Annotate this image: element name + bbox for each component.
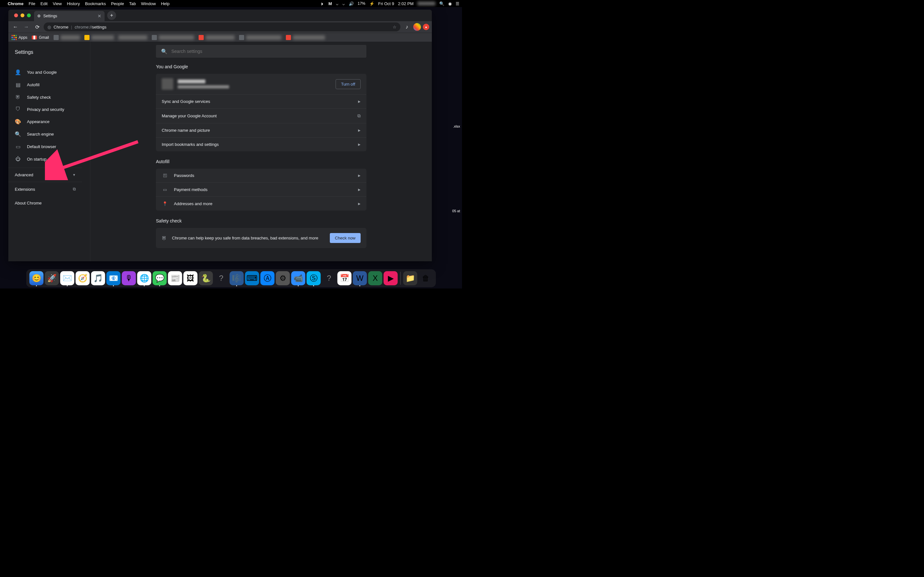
desktop-file-2[interactable]: 05 at	[452, 209, 460, 213]
new-tab-button[interactable]: +	[107, 11, 116, 20]
dock-app-pink[interactable]: ▶	[384, 271, 398, 285]
dock-vscode[interactable]: ⌨	[245, 271, 259, 285]
menu-view[interactable]: View	[53, 1, 61, 6]
sidebar-item-default-browser[interactable]: ▭Default browser	[8, 140, 90, 153]
sidebar-item-autofill[interactable]: ▤Autofill	[8, 79, 90, 91]
dock-word[interactable]: W	[353, 271, 367, 285]
dock-unknown[interactable]: ?	[322, 271, 336, 285]
menu-people[interactable]: People	[111, 1, 124, 6]
check-now-button[interactable]: Check now	[330, 233, 360, 243]
menu-tab[interactable]: Tab	[129, 1, 136, 6]
bluetooth-icon[interactable]: ⌵	[336, 1, 338, 6]
back-button[interactable]: ←	[11, 23, 20, 31]
dock-preview[interactable]: 🖼	[184, 271, 198, 285]
dock-python[interactable]: 🐍	[199, 271, 213, 285]
wifi-icon[interactable]: ⌵	[342, 1, 345, 6]
sidebar-item-startup[interactable]: ⏻On startup	[8, 153, 90, 165]
spotlight-icon[interactable]: 🔍	[439, 1, 444, 6]
malwarebytes-icon[interactable]: M	[328, 1, 332, 6]
dock-messages[interactable]: 💬	[153, 271, 167, 285]
sidebar-advanced-toggle[interactable]: Advanced ▼	[8, 168, 82, 182]
sidebar-item-appearance[interactable]: 🎨Appearance	[8, 115, 90, 128]
tab-close-button[interactable]: ✕	[97, 13, 102, 19]
dock-safari[interactable]: 🧭	[76, 271, 90, 285]
menu-history[interactable]: History	[67, 1, 79, 6]
row-import[interactable]: Import bookmarks and settings▶	[156, 137, 367, 151]
dock-finder[interactable]: 😊	[29, 271, 44, 285]
row-addresses[interactable]: 📍Addresses and more▶	[156, 197, 367, 211]
bookmark-blur-2[interactable]	[84, 35, 114, 40]
apps-grid-icon	[11, 35, 17, 40]
dock-system-prefs[interactable]: ⚙	[276, 271, 290, 285]
menu-window[interactable]: Window	[141, 1, 156, 6]
dock-launchpad[interactable]: 🚀	[45, 271, 59, 285]
dock-musescore[interactable]: 🎼	[230, 271, 244, 285]
dock-trash[interactable]: 🗑	[419, 271, 433, 285]
row-sync[interactable]: Sync and Google services▶	[156, 94, 367, 108]
dock-music[interactable]: 🎵	[91, 271, 105, 285]
apps-shortcut[interactable]: Apps	[11, 35, 27, 40]
menu-edit[interactable]: Edit	[40, 1, 47, 6]
dock-excel[interactable]: X	[368, 271, 383, 285]
menu-file[interactable]: File	[29, 1, 35, 6]
turn-off-button[interactable]: Turn off	[336, 79, 360, 89]
row-passwords[interactable]: ⚿Passwords▶	[156, 169, 367, 182]
bookmark-blur-3[interactable]	[118, 35, 147, 40]
menubar-app-name[interactable]: Chrome	[8, 1, 23, 6]
window-close-button[interactable]	[14, 13, 18, 17]
bookmark-star-icon[interactable]: ☆	[393, 25, 397, 29]
row-manage-account[interactable]: Manage your Google Account⧉	[156, 108, 367, 123]
menu-help[interactable]: Help	[161, 1, 170, 6]
dock-news[interactable]: 📰	[168, 271, 182, 285]
sidebar-extensions-link[interactable]: Extensions ⧉	[8, 182, 82, 196]
sidebar-item-privacy[interactable]: ⛉Privacy and security	[8, 103, 90, 115]
bookmark-blur-4[interactable]	[152, 35, 194, 40]
dock-downloads[interactable]: 📁	[403, 271, 417, 285]
settings-search-input[interactable]	[171, 49, 361, 54]
settings-main[interactable]: 🔍 You and Google Turn off	[90, 42, 432, 261]
siri-icon[interactable]: ◉	[448, 1, 452, 6]
profile-avatar[interactable]	[413, 23, 421, 31]
browser-tab-settings[interactable]: ⚙ Settings ✕	[34, 11, 105, 21]
sidebar-item-you-google[interactable]: 👤You and Google	[8, 66, 90, 79]
battery-icon[interactable]: ⚡	[369, 1, 375, 6]
settings-search-bar[interactable]: 🔍	[156, 45, 367, 58]
reload-button[interactable]: ⟳	[33, 23, 42, 31]
dock-chrome[interactable]: 🌐	[137, 271, 152, 285]
window-zoom-button[interactable]	[27, 13, 31, 17]
menu-bookmarks[interactable]: Bookmarks	[85, 1, 106, 6]
desktop-file-1[interactable]: .xlsx	[453, 124, 460, 128]
dock-mail[interactable]: ✉️	[60, 271, 74, 285]
control-center-icon[interactable]: ☰	[456, 1, 459, 6]
dock-skype[interactable]: Ⓢ	[307, 271, 321, 285]
menubar-tool-icon[interactable]: ⏵	[320, 1, 325, 6]
address-bar[interactable]: ◎ Chrome | chrome://settings ☆	[44, 23, 401, 31]
window-minimize-button[interactable]	[21, 13, 24, 17]
media-control-icon[interactable]: ♪	[402, 23, 411, 31]
sidebar-item-search-engine[interactable]: 🔍Search engine	[8, 128, 90, 140]
dock-podcasts[interactable]: 🎙	[122, 271, 136, 285]
extension-badge-icon[interactable]: ●	[423, 24, 429, 30]
battery-percent[interactable]: 17%	[358, 1, 365, 6]
bookmark-gmail[interactable]: Gmail	[32, 35, 49, 40]
dock-outlook[interactable]: 📧	[107, 271, 121, 285]
menubar-date[interactable]: Fri Oct 9	[378, 1, 394, 6]
menubar-time[interactable]: 2:02 PM	[398, 1, 414, 6]
sidebar-about-link[interactable]: About Chrome	[8, 196, 90, 210]
sidebar-item-safety[interactable]: ⛨Safety check	[8, 91, 90, 103]
bookmark-blur-1[interactable]	[53, 35, 80, 40]
dock-appstore[interactable]: Ⓐ	[260, 271, 275, 285]
volume-icon[interactable]: 🔊	[349, 1, 354, 6]
chevron-right-icon: ▶	[358, 143, 360, 146]
dock-calendar[interactable]: 📅	[338, 271, 352, 285]
bookmark-blur-5[interactable]	[199, 35, 234, 40]
dock-zoom[interactable]: 📹	[291, 271, 305, 285]
forward-button[interactable]: →	[22, 23, 31, 31]
site-info-icon[interactable]: ◎	[47, 25, 51, 29]
section-title: You and Google	[156, 64, 367, 69]
dock-help[interactable]: ?	[214, 271, 228, 285]
bookmark-blur-7[interactable]	[286, 35, 325, 40]
row-payment[interactable]: ▭Payment methods▶	[156, 182, 367, 197]
row-name-picture[interactable]: Chrome name and picture▶	[156, 123, 367, 137]
bookmark-blur-6[interactable]	[239, 35, 281, 40]
